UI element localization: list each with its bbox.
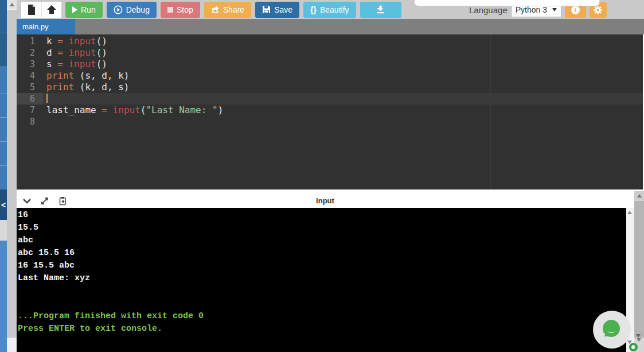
console-output[interactable]: 1615.5abcabc 15.5 1616 15.5 abcLast Name… (17, 208, 626, 352)
ide-page: < Run (0, 0, 644, 352)
gutter-line-number[interactable]: 4 (17, 70, 43, 82)
save-floppy-icon (262, 5, 271, 14)
code-line[interactable]: print (s, d, k) (43, 70, 643, 82)
code-editor[interactable]: 12345678 k = input()d = input()s = input… (17, 34, 643, 189)
run-button[interactable]: Run (65, 2, 103, 18)
code-lines[interactable]: k = input()d = input()s = input()print (… (43, 36, 643, 127)
console-header: input (17, 194, 634, 208)
tab-bar: main.py (17, 19, 644, 34)
scroll-up-button[interactable] (7, 0, 17, 9)
arrow-up-icon (10, 3, 14, 6)
panel-block (0, 165, 7, 189)
debug-label: Debug (126, 5, 150, 14)
gutter-line-number[interactable]: 6 (17, 93, 43, 105)
collapse-chevron-icon: < (1, 200, 6, 210)
share-icon (211, 5, 220, 14)
scroll-up-button[interactable] (634, 191, 644, 200)
popup-divider (537, 0, 537, 4)
tab-filename: main.py (22, 22, 49, 31)
language-label: Language (469, 5, 508, 15)
left-edge-panel: < (0, 0, 7, 352)
code-line[interactable]: s = input() (43, 59, 643, 70)
left-scrollbar[interactable] (7, 0, 17, 352)
download-button[interactable] (360, 2, 401, 18)
new-file-button[interactable] (21, 2, 41, 18)
code-line[interactable]: d = input() (43, 47, 643, 59)
panel-block (0, 141, 7, 165)
debug-button[interactable]: Debug (107, 2, 157, 18)
console-line (18, 297, 626, 310)
chat-widget-button[interactable] (593, 311, 631, 349)
gutter-line-number[interactable]: 8 (17, 116, 43, 127)
panel-block (0, 0, 7, 33)
upload-icon (46, 5, 57, 14)
editor-gutter[interactable]: 12345678 (17, 36, 43, 127)
scrollbar-thumb[interactable] (634, 201, 644, 338)
panel-block (0, 220, 7, 241)
code-line[interactable]: last_name = input("Last Name: ") (43, 105, 643, 116)
open-upload-button[interactable] (41, 2, 61, 18)
code-line[interactable]: k = input() (43, 36, 643, 47)
gutter-line-number[interactable]: 7 (17, 105, 43, 116)
console-line (18, 285, 626, 297)
save-button[interactable]: Save (255, 2, 299, 18)
gutter-line-number[interactable]: 5 (17, 82, 43, 93)
beautify-label: Beautify (320, 5, 349, 14)
gutter-line-number[interactable]: 2 (17, 47, 43, 59)
panel-block (0, 67, 7, 94)
play-icon (72, 6, 77, 13)
code-line[interactable]: print (k, d, s) (43, 82, 643, 93)
panel-block (0, 94, 7, 117)
arrow-up-icon (637, 194, 642, 198)
panel-block (0, 33, 7, 67)
braces-icon: {} (310, 5, 317, 14)
stop-square-icon (167, 7, 173, 13)
share-button[interactable]: Share (204, 2, 251, 18)
download-icon (376, 5, 385, 14)
file-icon (27, 5, 36, 15)
console-line: Press ENTER to exit console. (18, 323, 626, 335)
save-label: Save (274, 5, 292, 14)
collapse-panel-button[interactable]: < (0, 189, 7, 220)
console-title: input (17, 194, 634, 208)
stop-button[interactable]: Stop (161, 2, 200, 18)
file-button-group (21, 2, 61, 18)
page-scrollbar[interactable] (634, 191, 644, 352)
stop-label: Stop (177, 5, 193, 14)
gutter-line-number[interactable]: 3 (17, 59, 43, 70)
tab-main-py[interactable]: main.py (17, 19, 75, 34)
run-label: Run (81, 5, 96, 14)
console-line: 16 15.5 abc (18, 260, 626, 272)
language-selected-value: Python 3 (516, 5, 547, 14)
console-line: Last Name: xyz (18, 272, 626, 285)
notification-popup (414, 0, 600, 6)
chat-bubble-icon (599, 317, 625, 342)
console-line: abc (18, 234, 626, 247)
code-line[interactable] (43, 93, 643, 105)
panel-block (0, 241, 7, 352)
share-label: Share (223, 5, 244, 14)
console-line: 16 (18, 209, 626, 222)
console-line: ...Program finished with exit code 0 (18, 310, 626, 323)
panel-block (0, 117, 7, 141)
code-line[interactable] (43, 116, 643, 127)
text-cursor (46, 94, 48, 103)
console-line: abc 15.5 16 (18, 247, 626, 260)
chevron-down-icon (552, 8, 557, 11)
arrow-up-icon (627, 211, 632, 214)
console-line: 15.5 (18, 222, 626, 234)
corner-status-icon[interactable] (629, 343, 638, 351)
scrollbar-thumb[interactable] (7, 10, 17, 338)
debug-play-circle-icon (114, 5, 123, 14)
info-icon: i (571, 6, 580, 14)
beautify-button[interactable]: {} Beautify (303, 2, 356, 18)
gear-icon (593, 5, 603, 15)
gutter-line-number[interactable]: 1 (17, 36, 43, 47)
